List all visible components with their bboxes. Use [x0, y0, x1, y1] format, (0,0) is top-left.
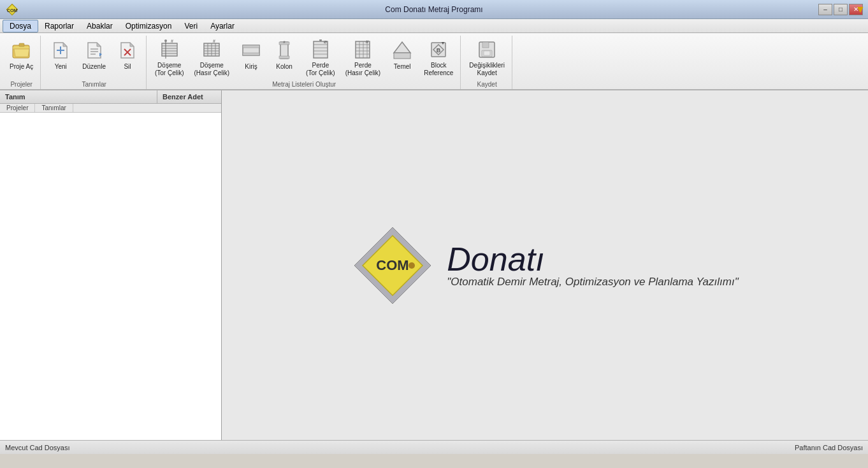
degisiklikleri-kaydet-label: Değişiklikleri Kaydet — [469, 62, 505, 77]
main-area: Tanım Benzer Adet Projeler Tanımlar COM — [0, 90, 868, 440]
diamond-logo-icon: COM — [351, 224, 434, 307]
kiris-label: Kiriş — [245, 63, 257, 71]
ribbon-buttons-tanimlar: Yeni Düzenle — [45, 36, 143, 80]
perde-tor-button[interactable]: ⌀ Perde (Tor Çelik) — [301, 36, 340, 79]
svg-marker-53 — [394, 42, 410, 53]
kolon-label: Kolon — [276, 63, 293, 71]
ribbon-buttons-metraj: # Döşeme (Tor Çelik) — [150, 36, 458, 80]
statusbar: Mevcut Cad Dosyası Paftanın Cad Dosyası — [0, 440, 868, 454]
titlebar: COM Com Donatı Metraj Programı – □ ✕ — [0, 0, 868, 19]
ribbon: Proje Aç Projeler Yeni — [0, 33, 868, 90]
doseme-hasir-icon: # — [200, 39, 223, 60]
proje-ac-icon — [10, 39, 33, 62]
yeni-label: Yeni — [55, 63, 67, 71]
svg-point-66 — [409, 262, 415, 269]
kaydet-group-label: Kaydet — [465, 80, 509, 89]
ribbon-buttons-kaydet: Değişiklikleri Kaydet — [465, 36, 509, 80]
svg-rect-35 — [279, 56, 289, 59]
duzenle-label: Düzenle — [82, 63, 106, 71]
svg-text:COM: COM — [7, 8, 18, 13]
tanimlar-section-label: Tanımlar — [35, 104, 73, 112]
block-reference-label: Block Reference — [424, 62, 453, 77]
kaydet-icon — [475, 39, 498, 60]
menu-item-optimizasyon[interactable]: Optimizasyon — [119, 20, 178, 32]
svg-text:#: # — [171, 39, 173, 43]
statusbar-left: Mevcut Cad Dosyası — [5, 444, 69, 451]
svg-rect-62 — [484, 51, 490, 55]
ribbon-buttons-projeler: Proje Aç — [5, 36, 38, 80]
ribbon-group-metraj: # Döşeme (Tor Çelik) — [148, 36, 461, 89]
doseme-tor-label: Döşeme (Tor Çelik) — [155, 62, 184, 77]
menu-item-veri[interactable]: Veri — [178, 20, 204, 32]
brand-tagline: "Otomatik Demir Metraj, Optimizasyon ve … — [447, 276, 738, 288]
svg-rect-14 — [162, 43, 177, 56]
duzenle-icon — [83, 39, 106, 62]
sil-button[interactable]: Sil — [112, 36, 143, 79]
ribbon-group-kaydet: Değişiklikleri Kaydet Kaydet — [462, 36, 512, 89]
svg-text:#: # — [213, 39, 215, 43]
block-reference-button[interactable]: B ▼ Block Reference — [419, 36, 458, 79]
menu-item-ayarlar[interactable]: Ayarlar — [204, 20, 241, 32]
left-panel: Tanım Benzer Adet Projeler Tanımlar — [0, 90, 222, 440]
brand-text: Donatı "Otomatik Demir Metraj, Optimizas… — [447, 243, 738, 288]
svg-text:COM: COM — [377, 257, 409, 273]
sil-label: Sil — [124, 63, 131, 71]
svg-rect-5 — [19, 43, 24, 46]
doseme-tor-button[interactable]: # Döşeme (Tor Çelik) — [150, 36, 189, 79]
panel-content[interactable] — [0, 113, 221, 440]
projeler-section-label: Projeler — [0, 104, 35, 112]
svg-text:#: # — [366, 39, 369, 45]
doseme-tor-icon: # — [158, 39, 181, 60]
block-reference-icon: B ▼ — [427, 39, 450, 60]
svg-rect-54 — [394, 53, 410, 59]
svg-rect-32 — [243, 53, 259, 55]
metraj-group-label: Metraj Listeleri Oluştur — [150, 80, 458, 89]
proje-ac-button[interactable]: Proje Aç — [5, 36, 38, 79]
tanimlar-group-label: Tanımlar — [45, 80, 143, 89]
doseme-hasir-label: Döşeme (Hasır Çelik) — [194, 62, 230, 77]
yeni-button[interactable]: Yeni — [45, 36, 76, 79]
temel-button[interactable]: Temel — [386, 36, 418, 79]
window-title: Com Donatı Metraj Programı — [385, 5, 482, 14]
panel-section-row: Projeler Tanımlar — [0, 104, 221, 113]
maximize-button[interactable]: □ — [834, 4, 848, 15]
kiris-icon — [240, 39, 263, 62]
ribbon-group-tanimlar: Yeni Düzenle — [42, 36, 147, 89]
menu-item-raporlar[interactable]: Raporlar — [38, 20, 80, 32]
yellow-chevron-icon[interactable]: ▼ — [855, 4, 865, 14]
col-benzer-header: Benzer Adet — [157, 90, 221, 103]
perde-hasir-button[interactable]: # Perde (Hasır Çelik) — [341, 36, 386, 79]
kolon-icon: # — [273, 39, 296, 62]
logo-row: COM Donatı "Otomatik Demir Metraj, Optim… — [351, 224, 738, 307]
svg-rect-31 — [243, 45, 259, 48]
menubar: Dosya Raporlar Abaklar Optimizasyon Veri… — [0, 19, 868, 33]
brand-name: Donatı — [447, 243, 738, 276]
logo-area: COM Donatı "Otomatik Demir Metraj, Optim… — [351, 224, 738, 307]
svg-text:⌀: ⌀ — [323, 39, 326, 45]
degisiklikleri-kaydet-button[interactable]: Değişiklikleri Kaydet — [465, 36, 509, 79]
svg-text:▼: ▼ — [441, 41, 445, 45]
svg-point-19 — [164, 39, 167, 42]
kiris-button[interactable]: Kiriş — [235, 36, 267, 79]
col-tanim-header: Tanım — [0, 90, 157, 103]
center-area: COM Donatı "Otomatik Demir Metraj, Optim… — [222, 90, 868, 440]
svg-rect-60 — [482, 42, 489, 48]
yeni-icon — [49, 39, 72, 62]
perde-tor-icon: ⌀ — [309, 39, 332, 60]
svg-text:B: B — [437, 47, 441, 53]
menu-item-dosya[interactable]: Dosya — [3, 20, 38, 32]
doseme-hasir-button[interactable]: # Döşeme (Hasır Çelik) — [190, 36, 235, 79]
statusbar-right: Paftanın Cad Dosyası — [795, 444, 863, 451]
app-logo-icon: COM — [5, 3, 19, 17]
proje-ac-label: Proje Aç — [10, 63, 33, 71]
minimize-button[interactable]: – — [818, 4, 832, 15]
perde-tor-label: Perde (Tor Çelik) — [306, 62, 335, 77]
perde-hasir-label: Perde (Hasır Çelik) — [345, 62, 381, 77]
projeler-group-label: Projeler — [5, 80, 38, 89]
duzenle-button[interactable]: Düzenle — [78, 36, 110, 79]
menu-item-abaklar[interactable]: Abaklar — [80, 20, 119, 32]
ribbon-group-projeler: Proje Aç Projeler — [3, 36, 41, 89]
perde-hasir-icon: # — [351, 39, 374, 60]
kolon-button[interactable]: # Kolon — [268, 36, 300, 79]
titlebar-left: COM — [5, 3, 19, 17]
